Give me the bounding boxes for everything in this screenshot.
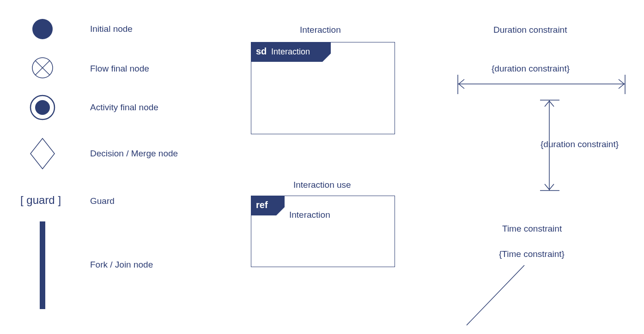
interaction-use-title: Interaction use bbox=[293, 180, 351, 190]
guard-symbol: [ guard ] bbox=[20, 194, 61, 207]
decision-merge-label: Decision / Merge node bbox=[90, 149, 178, 159]
ref-tag-text: ref bbox=[256, 200, 268, 210]
interaction-title: Interaction bbox=[300, 25, 341, 35]
flow-final-icon bbox=[32, 57, 53, 78]
initial-node-icon bbox=[32, 18, 53, 40]
svg-marker-6 bbox=[30, 138, 55, 169]
activity-final-icon bbox=[30, 95, 55, 120]
ref-interaction-text: Interaction bbox=[289, 210, 330, 220]
svg-point-0 bbox=[32, 19, 53, 39]
fork-join-label: Fork / Join node bbox=[90, 260, 153, 270]
sd-tag-text: Interaction bbox=[271, 47, 310, 56]
svg-point-5 bbox=[35, 100, 50, 115]
duration-horizontal-arrow-icon bbox=[457, 74, 626, 94]
flow-final-label: Flow final node bbox=[90, 64, 149, 74]
activity-final-label: Activity final node bbox=[90, 102, 158, 113]
decision-merge-icon bbox=[30, 137, 55, 170]
time-constraint-text: {Time constraint} bbox=[499, 249, 565, 259]
initial-node-label: Initial node bbox=[90, 24, 133, 34]
interaction-use-frame: ref Interaction bbox=[251, 196, 395, 267]
time-constraint-title: Time constraint bbox=[502, 224, 562, 234]
guard-label: Guard bbox=[90, 196, 115, 206]
fork-join-icon bbox=[40, 221, 45, 309]
svg-line-15 bbox=[467, 265, 524, 325]
time-constraint-line-icon bbox=[464, 263, 529, 328]
duration-vertical-text: {duration constraint} bbox=[541, 139, 619, 149]
duration-horizontal-text: {duration constraint} bbox=[492, 64, 570, 74]
interaction-frame: sd Interaction bbox=[251, 42, 395, 134]
sd-tag-prefix: sd bbox=[256, 46, 267, 56]
duration-constraint-title: Duration constraint bbox=[493, 25, 567, 35]
